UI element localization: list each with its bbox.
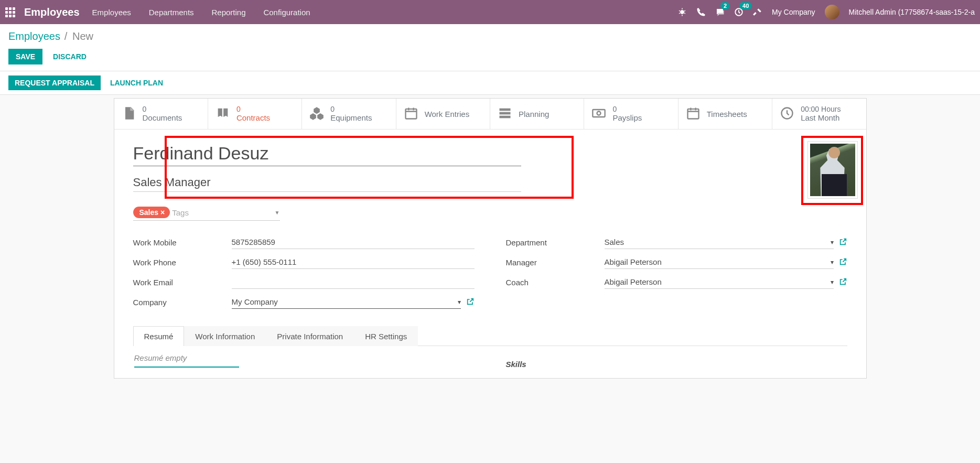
label-manager: Manager	[506, 258, 605, 267]
nav-employees[interactable]: Employees	[92, 8, 131, 17]
calendar-icon	[404, 106, 418, 122]
label-company: Company	[133, 298, 232, 307]
svg-rect-8	[687, 109, 698, 119]
stat-payslips[interactable]: 0Payslips	[584, 99, 678, 129]
svg-point-7	[597, 111, 601, 115]
label-work-email: Work Email	[133, 278, 232, 287]
svg-point-0	[680, 10, 684, 14]
svg-rect-6	[593, 110, 605, 117]
stat-work-entries[interactable]: Work Entries	[396, 99, 490, 129]
work-email-input[interactable]	[232, 275, 475, 289]
external-link-icon[interactable]	[839, 277, 847, 287]
company-select[interactable]: My Company ▾	[232, 295, 461, 309]
work-phone-input[interactable]	[232, 255, 475, 269]
breadcrumb-current: New	[72, 30, 93, 42]
discard-button[interactable]: DISCARD	[53, 52, 87, 61]
label-work-phone: Work Phone	[133, 258, 232, 267]
stat-timesheets[interactable]: Timesheets	[679, 99, 772, 129]
label-department: Department	[506, 238, 605, 247]
nav-configuration[interactable]: Configuration	[263, 8, 310, 17]
chevron-down-icon: ▾	[831, 259, 834, 266]
external-link-icon[interactable]	[466, 297, 475, 307]
launch-plan-button[interactable]: LAUNCH PLAN	[110, 76, 163, 90]
stat-equipments[interactable]: 0Equipments	[302, 99, 396, 129]
activities-button[interactable]: 40	[734, 7, 744, 17]
resume-empty-label: Resumé empty	[134, 353, 475, 362]
work-mobile-input[interactable]	[232, 235, 475, 249]
form-sheet: 0Documents 0Contracts 0Equipments Work E…	[114, 98, 867, 379]
breadcrumb-root[interactable]: Employees	[8, 30, 60, 42]
bug-icon[interactable]	[677, 7, 687, 17]
highlight-name-title	[165, 136, 574, 199]
label-coach: Coach	[506, 278, 605, 287]
coach-select[interactable]: Abigail Peterson ▾	[605, 275, 834, 289]
employee-photo[interactable]	[807, 141, 858, 199]
left-column: Work Mobile Work Phone Work Email Compan…	[133, 235, 475, 315]
apps-menu-icon[interactable]	[5, 7, 18, 17]
user-menu[interactable]: Mitchell Admin (17758674-saas-15-2-a	[849, 8, 975, 16]
calendar-icon	[686, 106, 701, 122]
label-work-mobile: Work Mobile	[133, 238, 232, 247]
tags-placeholder: Tags	[172, 208, 189, 217]
chevron-down-icon: ▾	[831, 278, 834, 286]
request-appraisal-button[interactable]: REQUEST APPRAISAL	[8, 76, 101, 90]
breadcrumb: Employees / New	[8, 30, 972, 42]
tab-private-information[interactable]: Private Information	[266, 326, 354, 346]
topbar: Employees Employees Departments Reportin…	[0, 0, 980, 24]
right-column: Department Sales ▾ Manager Abigail Peter…	[506, 235, 847, 315]
close-icon[interactable]: ×	[160, 208, 165, 217]
file-icon	[122, 106, 136, 122]
stat-contracts[interactable]: 0Contracts	[208, 99, 302, 129]
nav-departments[interactable]: Departments	[149, 8, 194, 17]
chevron-down-icon: ▼	[275, 210, 280, 216]
tab-resume[interactable]: Resumé	[133, 326, 185, 346]
user-avatar[interactable]	[825, 5, 839, 19]
notebook-tabs: Resumé Work Information Private Informat…	[133, 326, 847, 346]
chevron-down-icon: ▾	[831, 239, 834, 246]
svg-rect-5	[500, 115, 511, 118]
tag-sales[interactable]: Sales ×	[133, 207, 170, 218]
stat-buttons: 0Documents 0Contracts 0Equipments Work E…	[114, 99, 866, 130]
resume-underline	[134, 367, 239, 368]
tools-icon[interactable]	[753, 7, 762, 17]
breadcrumb-sep: /	[64, 30, 70, 42]
svg-rect-4	[500, 112, 511, 114]
department-select[interactable]: Sales ▾	[605, 235, 834, 249]
company-switcher[interactable]: My Company	[772, 8, 815, 16]
tab-hr-settings[interactable]: HR Settings	[354, 326, 418, 346]
stat-hours[interactable]: 00:00 HoursLast Month	[772, 99, 866, 129]
app-brand: Employees	[24, 6, 80, 18]
skills-header: Skills	[506, 353, 846, 369]
save-button[interactable]: SAVE	[8, 49, 42, 64]
tab-work-information[interactable]: Work Information	[184, 326, 266, 346]
svg-rect-2	[405, 109, 416, 119]
svg-rect-3	[500, 108, 511, 111]
tags-field[interactable]: Sales × Tags ▼	[133, 207, 280, 221]
book-icon	[216, 106, 230, 122]
stat-planning[interactable]: Planning	[490, 99, 584, 129]
external-link-icon[interactable]	[839, 238, 847, 247]
phone-icon[interactable]	[696, 7, 706, 17]
manager-select[interactable]: Abigail Peterson ▾	[605, 255, 834, 269]
external-link-icon[interactable]	[839, 257, 847, 267]
clock-outline-icon	[780, 106, 794, 122]
stat-documents[interactable]: 0Documents	[114, 99, 208, 129]
money-icon	[591, 106, 606, 122]
tab-content-resume: Resumé empty Skills	[133, 346, 847, 376]
chevron-down-icon: ▾	[458, 298, 461, 306]
tasks-icon	[498, 106, 512, 122]
nav-reporting[interactable]: Reporting	[211, 8, 245, 17]
messages-badge: 2	[720, 2, 730, 9]
control-panel: Employees / New SAVE DISCARD	[0, 24, 980, 71]
status-bar: REQUEST APPRAISAL LAUNCH PLAN	[0, 71, 980, 95]
cubes-icon	[309, 106, 324, 122]
messages-button[interactable]: 2	[715, 7, 725, 17]
top-nav: Employees Departments Reporting Configur…	[92, 8, 326, 17]
activities-badge: 40	[739, 2, 752, 9]
